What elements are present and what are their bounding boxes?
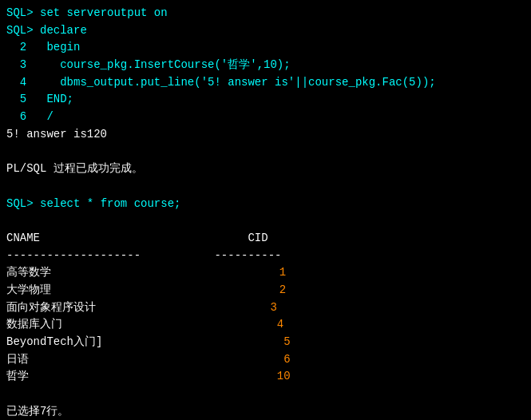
table-row-3: 面向对象程序设计 3 <box>6 299 525 317</box>
row-4-cid: 4 <box>264 318 283 331</box>
table-row-2: 大学物理 2 <box>6 282 525 299</box>
output-text: 5! answer is120 <box>6 128 107 141</box>
empty-4 <box>6 386 525 403</box>
select-cmd: select * from course; <box>40 197 180 210</box>
code-4: course_pkg.InsertCourse('哲学',10); <box>34 58 291 71</box>
code-6: END; <box>34 93 73 105</box>
row-2-cid: 2 <box>266 283 286 296</box>
prompt-select: SQL> <box>6 197 40 210</box>
row-6-name: 日语 <box>6 353 270 366</box>
line-6: 5 END; <box>6 91 525 109</box>
cmd-2: declare <box>40 24 87 37</box>
table-row-5: BeyondTech入门] 5 <box>6 334 525 351</box>
success-text: PL/SQL 过程已成功完成。 <box>6 162 143 175</box>
row-6-cid: 6 <box>270 353 290 366</box>
plsql-success: PL/SQL 过程已成功完成。 <box>6 160 525 178</box>
empty-1 <box>6 144 525 161</box>
linenum-7: 6 <box>6 110 34 123</box>
code-3: begin <box>34 41 81 53</box>
code-5: dbms_output.put_line('5! answer is'||cou… <box>34 76 436 89</box>
row-3-cid: 3 <box>257 301 277 314</box>
row-count-text: 已选择7行。 <box>6 405 69 418</box>
linenum-6: 5 <box>6 93 34 105</box>
row-4-name: 数据库入门 <box>6 318 264 331</box>
row-7-cid: 10 <box>270 370 290 382</box>
row-count: 已选择7行。 <box>6 403 525 420</box>
table-header: CNAME CID <box>6 230 525 248</box>
terminal: SQL> set serveroutput on SQL> declare 2 … <box>0 0 531 420</box>
table-row-6: 日语 6 <box>6 351 525 369</box>
line-7: 6 / <box>6 109 525 126</box>
table-row-1: 高等数学 1 <box>6 264 525 282</box>
row-3-name: 面向对象程序设计 <box>6 301 257 314</box>
header-cname: CNAME CID <box>6 232 268 244</box>
linenum-5: 4 <box>6 76 34 89</box>
separator-text: -------------------- ---------- <box>6 249 281 262</box>
line-1: SQL> set serveroutput on <box>6 5 525 22</box>
row-2-name: 大学物理 <box>6 283 266 296</box>
row-5-name: BeyondTech入门] <box>6 335 270 348</box>
row-5-cid: 5 <box>270 335 290 348</box>
line-3: 2 begin <box>6 39 525 57</box>
linenum-3: 2 <box>6 41 34 53</box>
table-separator: -------------------- ---------- <box>6 248 525 265</box>
linenum-4: 3 <box>6 58 34 71</box>
line-5: 4 dbms_output.put_line('5! answer is'||c… <box>6 74 525 92</box>
table-row-7: 哲学 10 <box>6 368 525 386</box>
row-7-name: 哲学 <box>6 370 270 382</box>
row-1-name: 高等数学 <box>6 266 266 279</box>
prompt-2: SQL> <box>6 24 40 37</box>
empty-3 <box>6 212 525 230</box>
cmd-1: set serveroutput on <box>40 6 168 19</box>
line-2: SQL> declare <box>6 22 525 40</box>
row-1-cid: 1 <box>266 266 286 279</box>
output-line: 5! answer is120 <box>6 126 525 144</box>
prompt-1: SQL> <box>6 6 40 19</box>
line-4: 3 course_pkg.InsertCourse('哲学',10); <box>6 57 525 74</box>
select-line: SQL> select * from course; <box>6 196 525 213</box>
code-7: / <box>34 110 53 123</box>
table-row-4: 数据库入门 4 <box>6 316 525 334</box>
empty-2 <box>6 178 525 196</box>
